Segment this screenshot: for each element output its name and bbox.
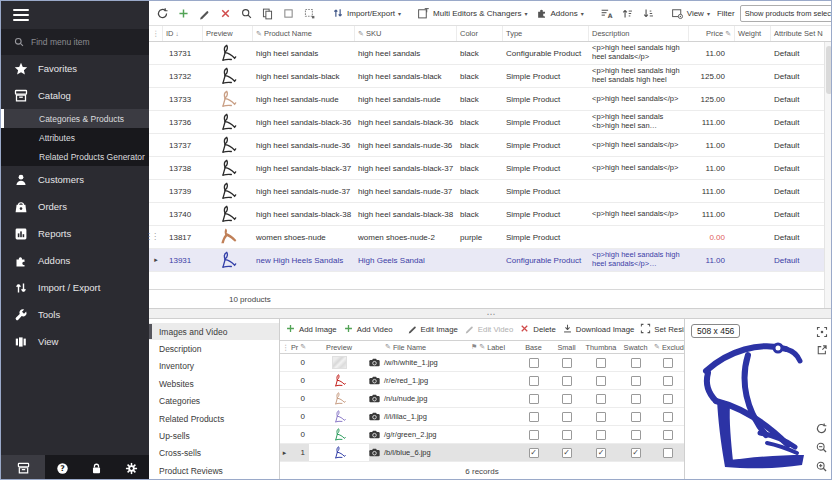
exclude-checkbox[interactable]: [663, 394, 673, 404]
collapse-button[interactable]: [639, 5, 658, 22]
swatch-checkbox[interactable]: [631, 358, 641, 368]
filter-select[interactable]: Show products from selected categories▾: [740, 5, 832, 22]
sidebar-item-orders[interactable]: Orders: [1, 193, 149, 220]
small-checkbox[interactable]: [562, 394, 572, 404]
col-header-type[interactable]: Type: [503, 26, 589, 41]
col-header-weight[interactable]: Weight: [735, 26, 771, 41]
tab-websites[interactable]: Websites: [149, 375, 279, 392]
col-header-base[interactable]: Base: [517, 341, 550, 353]
sidebar-item-customers[interactable]: Customers: [1, 166, 149, 193]
media-row-white_1.jpg[interactable]: 0/w/h/white_1.jpg: [280, 354, 684, 372]
exclude-checkbox[interactable]: [663, 412, 673, 422]
product-row-13731[interactable]: 13731high heel sandalshigh heel sandalsb…: [149, 42, 832, 65]
download-image-button[interactable]: Download Image: [560, 322, 637, 337]
swatch-checkbox[interactable]: [631, 430, 641, 440]
search-input[interactable]: [31, 37, 131, 47]
base-checkbox[interactable]: [529, 394, 539, 404]
tab-description[interactable]: Description: [149, 340, 279, 357]
addons-menu[interactable]: Addons▾: [533, 5, 587, 21]
lock-button[interactable]: [90, 455, 103, 480]
col-header-price[interactable]: Price✎: [689, 26, 735, 41]
sidebar-item-catalog[interactable]: Catalog: [1, 82, 149, 109]
sidebar-item-addons[interactable]: Addons: [1, 247, 149, 274]
thumbnail-checkbox[interactable]: [596, 376, 606, 386]
col-header-small[interactable]: Small: [550, 341, 583, 353]
column-chooser[interactable]: ⋮: [149, 26, 163, 41]
thumbnail-checkbox[interactable]: [596, 430, 606, 440]
product-row-13931[interactable]: ▸13931new High Heels SandalsHigh Geels S…: [149, 249, 832, 272]
base-checkbox[interactable]: [529, 430, 539, 440]
base-checkbox[interactable]: [529, 412, 539, 422]
exclude-checkbox[interactable]: [663, 448, 673, 458]
col-header-sku[interactable]: ✎SKU: [355, 26, 457, 41]
refresh-button[interactable]: [153, 5, 172, 22]
product-row-13733[interactable]: 13733high heel sandals-nudehigh heel san…: [149, 88, 832, 111]
tab-categories[interactable]: Categories: [149, 393, 279, 410]
col-header-name[interactable]: ✎Product Name: [253, 26, 355, 41]
col-header-file-name[interactable]: ✎File Name: [369, 341, 469, 353]
base-checkbox[interactable]: ✓: [529, 448, 539, 458]
sidebar-item-import-export[interactable]: Import / Export: [1, 274, 149, 301]
horizontal-splitter[interactable]: ⋯: [149, 309, 832, 319]
col-header-thumbnail[interactable]: Thumbna: [583, 341, 619, 353]
open-external-icon[interactable]: [816, 344, 828, 356]
col-header-id[interactable]: ID↓: [163, 26, 203, 41]
base-checkbox[interactable]: [529, 358, 539, 368]
thumbnail-checkbox[interactable]: [596, 394, 606, 404]
delete-button[interactable]: Delete: [517, 322, 558, 337]
media-row-red_1.jpg[interactable]: 0/r/e/red_1.jpg: [280, 372, 684, 390]
sort-alpha-button[interactable]: A: [597, 5, 616, 22]
expand-button[interactable]: [618, 5, 637, 22]
product-row-13737[interactable]: 13737high heel sandals-nude-36high heel …: [149, 134, 832, 157]
sidebar-splitter-handle[interactable]: ⋮⋮: [145, 234, 150, 256]
swatch-checkbox[interactable]: [631, 376, 641, 386]
col-header-pr[interactable]: Pr✎: [289, 341, 309, 353]
small-checkbox[interactable]: [562, 376, 572, 386]
edit-image-button[interactable]: Edit Image: [405, 322, 460, 337]
add-image-button[interactable]: Add Image: [283, 322, 339, 337]
sidebar-item-tools[interactable]: Tools: [1, 301, 149, 328]
col-header-preview[interactable]: Preview: [309, 341, 369, 353]
small-checkbox[interactable]: [562, 430, 572, 440]
select-button[interactable]: [279, 5, 298, 22]
product-row-13738[interactable]: 13738high heel sandals-black-37high heel…: [149, 157, 832, 180]
exclude-checkbox[interactable]: [663, 358, 673, 368]
vertical-scrollbar[interactable]: [824, 42, 832, 308]
sidebar-item-favorites[interactable]: Favorites: [1, 55, 149, 82]
help-button[interactable]: ?: [56, 455, 69, 480]
delete-button[interactable]: [216, 5, 235, 22]
sidebar-item-reports[interactable]: Reports: [1, 220, 149, 247]
thumbnail-checkbox[interactable]: ✓: [596, 448, 606, 458]
col-header-exclude[interactable]: ✎Exclude: [652, 341, 684, 353]
swatch-checkbox[interactable]: ✓: [631, 448, 641, 458]
col-header-description[interactable]: Description: [589, 26, 689, 41]
edit-button[interactable]: [195, 5, 214, 22]
exclude-checkbox[interactable]: [663, 430, 673, 440]
col-header-swatch[interactable]: Swatch: [619, 341, 652, 353]
thumbnail-checkbox[interactable]: [596, 358, 606, 368]
tab-images-and-video[interactable]: Images and Video: [149, 323, 279, 340]
product-row-13739[interactable]: 13739high heel sandals-nude-37high heel …: [149, 180, 832, 203]
col-header-color[interactable]: Color: [457, 26, 503, 41]
media-row-blue_6.jpg[interactable]: ▸1/b/l/blue_6.jpg✓✓✓✓: [280, 444, 684, 462]
media-row-lilac_1.jpg[interactable]: 0/l/i/lilac_1.jpg: [280, 408, 684, 426]
exclude-checkbox[interactable]: [663, 376, 673, 386]
multi-editors-menu[interactable]: Multi Editors & Changers▾: [414, 5, 531, 22]
find-button[interactable]: [237, 5, 256, 22]
sidebar-subitem-related-products-generator[interactable]: Related Products Generator: [1, 147, 149, 166]
product-row-13736[interactable]: 13736high heel sandals-black-36high heel…: [149, 111, 832, 134]
rotate-icon[interactable]: [815, 422, 828, 435]
col-header-preview[interactable]: Preview: [203, 26, 253, 41]
column-chooser[interactable]: ⋮: [280, 341, 289, 353]
product-row-13740[interactable]: 13740high heel sandals-black-38high heel…: [149, 203, 832, 226]
col-header-label[interactable]: ⚑✎Label: [469, 341, 517, 353]
tab-inventory[interactable]: Inventory: [149, 358, 279, 375]
zoom-out-icon[interactable]: [815, 441, 828, 454]
copy-button[interactable]: [258, 5, 277, 22]
product-row-13732[interactable]: 13732high heel sandals-blackhigh heel sa…: [149, 65, 832, 88]
base-checkbox[interactable]: [529, 376, 539, 386]
media-row-nude.jpg[interactable]: 0/n/u/nude.jpg: [280, 390, 684, 408]
small-checkbox[interactable]: [562, 358, 572, 368]
media-row-green_2.jpg[interactable]: 0/g/r/green_2.jpg: [280, 426, 684, 444]
paste-button[interactable]: [300, 5, 319, 22]
